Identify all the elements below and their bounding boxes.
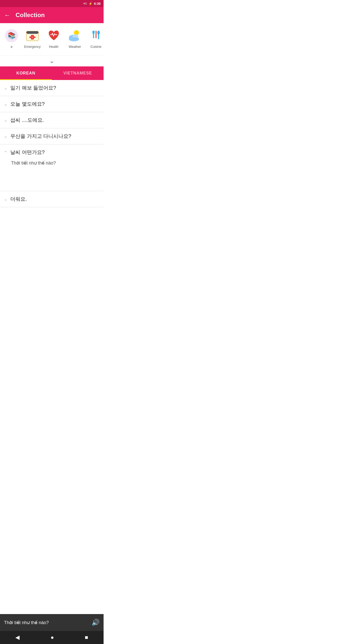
signal-icon: 4G xyxy=(83,2,87,5)
phrase-text-2: 오늘 몇도에요? xyxy=(10,101,100,107)
phrase-text-5: 날씨 어떤가요? xyxy=(10,149,100,156)
emergency-icon: + xyxy=(25,28,40,43)
basic-icon: 📚 xyxy=(4,28,19,43)
phrase-text-6: 더워요. xyxy=(10,196,100,203)
phrase-item-4: ⌄ 우산을 가지고 다니시나요? xyxy=(0,128,104,144)
svg-point-20 xyxy=(97,31,100,35)
basic-label: e xyxy=(11,45,12,49)
phrase-list: ⌄ 일기 예보 들었어요? ⌄ 오늘 몇도에요? ⌄ 섭씨 ....도에요. ⌄… xyxy=(0,80,104,207)
app-header: ← Collection xyxy=(0,7,104,23)
category-item-basic[interactable]: 📚 e xyxy=(2,27,21,54)
phrase-chevron-3: ⌄ xyxy=(4,118,7,123)
expand-button[interactable]: ⌄ xyxy=(0,56,104,66)
tab-vietnamese[interactable]: VIETNAMESE xyxy=(52,66,104,80)
tab-bar: KOREAN VIETNAMESE xyxy=(0,66,104,80)
tab-korean[interactable]: KOREAN xyxy=(0,66,52,80)
category-item-cuisine[interactable]: Cuisine xyxy=(86,27,104,54)
phrase-text-3: 섭씨 ....도에요. xyxy=(10,117,100,124)
weather-icon xyxy=(67,28,82,43)
phrase-row-2[interactable]: ⌄ 오늘 몇도에요? xyxy=(0,96,104,112)
phrase-chevron-4: ⌄ xyxy=(4,134,7,139)
phrase-text-1: 일기 예보 들었어요? xyxy=(10,85,100,91)
phrase-item-3: ⌄ 섭씨 ....도에요. xyxy=(0,112,104,128)
phrase-item-6: ⌄ 더워요. xyxy=(0,191,104,207)
phrase-row-3[interactable]: ⌄ 섭씨 ....도에요. xyxy=(0,112,104,128)
phrase-chevron-5: ⌄ xyxy=(4,150,7,155)
chevron-down-icon: ⌄ xyxy=(50,58,54,64)
phrase-translation-5: Thời tiết như thế nào? xyxy=(0,160,104,171)
phrase-row-5[interactable]: ⌄ 날씨 어떤가요? xyxy=(0,144,104,160)
back-button[interactable]: ← xyxy=(4,11,11,19)
svg-rect-4 xyxy=(27,34,37,34)
page-title: Collection xyxy=(16,12,45,19)
phrase-chevron-2: ⌄ xyxy=(4,102,7,106)
status-bar: 4G ⚡ 6:39 xyxy=(0,0,104,7)
category-list: 📚 e + Emergency xyxy=(0,27,104,54)
tab-vietnamese-label: VIETNAMESE xyxy=(63,71,92,75)
phrase-item-2: ⌄ 오늘 몇도에요? xyxy=(0,96,104,112)
svg-point-10 xyxy=(75,31,76,32)
phrase-text-4: 우산을 가지고 다니시나요? xyxy=(10,133,100,140)
svg-rect-3 xyxy=(26,31,38,34)
weather-label: Weather xyxy=(69,45,81,49)
phrase-row-4[interactable]: ⌄ 우산을 가지고 다니시나요? xyxy=(0,128,104,144)
svg-text:+: + xyxy=(32,36,33,39)
time-display: 6:39 xyxy=(94,2,101,6)
phrase-row-6[interactable]: ⌄ 더워요. xyxy=(0,191,104,207)
tab-korean-label: KOREAN xyxy=(16,71,35,75)
phrase-item-1: ⌄ 일기 예보 들었어요? xyxy=(0,80,104,96)
health-icon xyxy=(46,28,61,43)
svg-text:📚: 📚 xyxy=(8,31,16,39)
phrase-chevron-1: ⌄ xyxy=(4,86,7,90)
battery-icon: ⚡ xyxy=(88,2,93,6)
svg-rect-15 xyxy=(93,31,94,38)
health-label: Health xyxy=(49,45,59,49)
category-item-emergency[interactable]: + Emergency xyxy=(22,27,43,54)
svg-point-14 xyxy=(69,37,79,41)
category-scroll: 📚 e + Emergency xyxy=(0,23,104,56)
phrase-chevron-6: ⌄ xyxy=(4,197,7,202)
category-item-weather[interactable]: Weather xyxy=(65,27,85,54)
svg-rect-17 xyxy=(94,31,95,34)
emergency-label: Emergency xyxy=(24,45,41,49)
phrase-item-5: ⌄ 날씨 어떤가요? Thời tiết như thế nào? xyxy=(0,144,104,191)
phrase-row-1[interactable]: ⌄ 일기 예보 들었어요? xyxy=(0,80,104,96)
svg-rect-16 xyxy=(93,31,93,34)
category-item-health[interactable]: Health xyxy=(44,27,64,54)
cuisine-icon xyxy=(88,28,104,43)
cuisine-label: Cuisine xyxy=(90,45,101,49)
